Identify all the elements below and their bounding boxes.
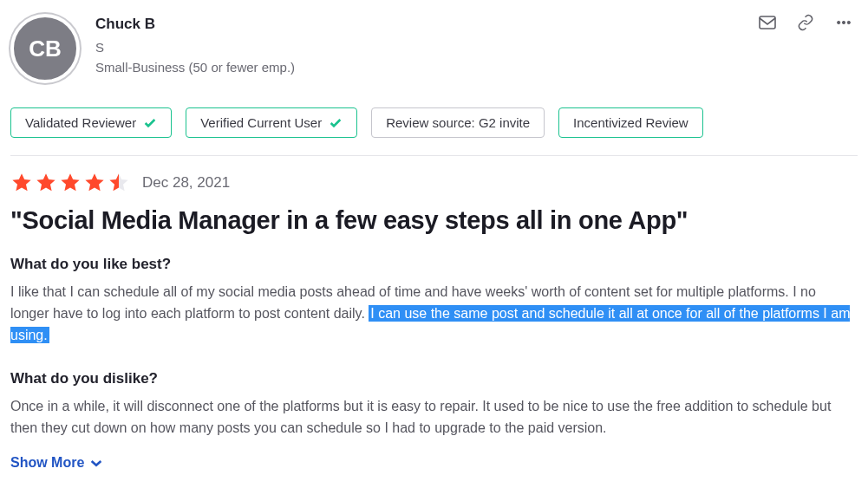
divider: [10, 155, 858, 156]
star-icon-half: [108, 172, 130, 194]
more-icon[interactable]: [835, 14, 852, 31]
star-icon-full: [35, 172, 57, 194]
user-name[interactable]: Chuck B: [95, 16, 759, 33]
star-icon-full: [83, 172, 106, 194]
review-title: "Social Media Manager in a few easy step…: [10, 206, 858, 235]
svg-point-3: [847, 21, 850, 23]
check-icon: [329, 116, 343, 130]
question-heading: What do you like best?: [10, 256, 858, 273]
badge-label: Incentivized Review: [573, 115, 689, 130]
question-like-best: What do you like best? I like that I can…: [10, 256, 858, 346]
link-icon[interactable]: [797, 14, 814, 31]
svg-rect-0: [760, 16, 775, 29]
avatar: CB: [10, 14, 80, 83]
show-more-button[interactable]: Show More: [10, 455, 103, 471]
rating-row: Dec 28, 2021: [10, 172, 858, 194]
badge-label: Verified Current User: [200, 115, 322, 130]
svg-point-2: [842, 21, 845, 23]
star-icon-full: [59, 172, 82, 194]
avatar-initials: CB: [29, 36, 62, 62]
badge-label: Review source: G2 invite: [386, 115, 530, 130]
review-header: CB Chuck B S Small-Business (50 or fewer…: [10, 10, 858, 83]
star-icon-full: [10, 172, 33, 194]
badge-incentivized[interactable]: Incentivized Review: [558, 107, 703, 138]
review-actions: [759, 10, 858, 31]
badge-validated-reviewer[interactable]: Validated Reviewer: [10, 107, 172, 138]
answer-dislike: Once in a while, it will disconnect one …: [10, 396, 858, 439]
user-meta: Chuck B S Small-Business (50 or fewer em…: [95, 10, 759, 77]
svg-point-1: [838, 21, 840, 23]
badge-review-source[interactable]: Review source: G2 invite: [371, 107, 545, 138]
star-rating: [10, 172, 130, 194]
question-heading: What do you dislike?: [10, 370, 858, 387]
badge-verified-user[interactable]: Verified Current User: [186, 107, 357, 138]
badges-row: Validated Reviewer Verified Current User…: [10, 107, 858, 138]
badge-label: Validated Reviewer: [25, 115, 136, 130]
review-date: Dec 28, 2021: [142, 174, 230, 192]
answer-like-best: I like that I can schedule all of my soc…: [10, 282, 858, 346]
show-more-label: Show More: [10, 455, 84, 471]
check-icon: [143, 116, 157, 130]
user-company-size: Small-Business (50 or fewer emp.): [95, 58, 759, 78]
mail-icon[interactable]: [759, 14, 776, 31]
question-dislike: What do you dislike? Once in a while, it…: [10, 370, 858, 439]
chevron-down-icon: [89, 456, 103, 470]
user-title-line: S: [95, 38, 759, 58]
